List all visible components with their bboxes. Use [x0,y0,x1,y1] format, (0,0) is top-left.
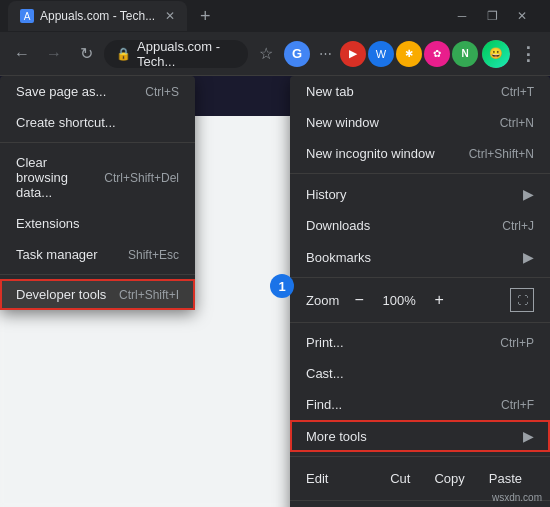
new-incognito-item[interactable]: New incognito window Ctrl+Shift+N [290,138,550,169]
more-tools-label: More tools [306,429,367,444]
print-label: Print... [306,335,344,350]
bookmarks-arrow: ▶ [523,249,534,265]
zoom-label: Zoom [306,293,339,308]
title-bar: A Appuals.com - Tech... ✕ + ─ ❐ ✕ [0,0,550,32]
zoom-percent: 100% [379,293,419,308]
zoom-in-btn[interactable]: + [427,288,451,312]
find-label: Find... [306,397,342,412]
history-label: History [306,187,346,202]
paste-btn[interactable]: Paste [477,467,534,490]
find-shortcut: Ctrl+F [501,398,534,412]
google-ext-icon[interactable]: G [284,41,310,67]
address-value: Appuals.com - Tech... [137,39,236,69]
create-shortcut-label: Create shortcut... [16,115,116,130]
downloads-item[interactable]: Downloads Ctrl+J [290,210,550,241]
address-bar[interactable]: 🔒 Appuals.com - Tech... [104,40,248,68]
window-controls: ─ ❐ ✕ [450,4,534,28]
ext-blue[interactable]: W [368,41,394,67]
create-shortcut-item[interactable]: Create shortcut... [0,107,195,138]
new-window-item[interactable]: New window Ctrl+N [290,107,550,138]
extension-icons: G ⋯ ▶ W ✱ ✿ N [284,41,478,67]
address-text: 🔒 [116,47,131,61]
more-tools-item[interactable]: More tools ▶ [290,420,550,452]
watermark: wsxdn.com [492,492,542,503]
edit-row: Edit Cut Copy Paste [290,461,550,496]
page-content: ☰ Log in Sign up Save page as... Ctrl+S … [0,76,550,507]
save-page-label: Save page as... [16,84,106,99]
new-tab-shortcut: Ctrl+T [501,85,534,99]
maximize-btn[interactable]: ❐ [480,4,504,28]
profile-avatar[interactable]: 😀 [482,40,510,68]
tab-title: Appuals.com - Tech... [40,9,155,23]
copy-btn[interactable]: Copy [422,467,476,490]
ext-red[interactable]: ▶ [340,41,366,67]
new-tab-item[interactable]: New tab Ctrl+T [290,76,550,107]
ext-pink[interactable]: ✿ [424,41,450,67]
avatar-img: 😀 [482,40,510,68]
clear-browsing-item[interactable]: Clear browsing data... Ctrl+Shift+Del [0,147,195,208]
new-incognito-shortcut: Ctrl+Shift+N [469,147,534,161]
tab-close-icon[interactable]: ✕ [165,9,175,23]
bookmarks-item[interactable]: Bookmarks ▶ [290,241,550,273]
print-shortcut: Ctrl+P [500,336,534,350]
browser-window: A Appuals.com - Tech... ✕ + ─ ❐ ✕ ← → ↻ … [0,0,550,507]
dropdown-menu: New tab Ctrl+T New window Ctrl+N New inc… [290,76,550,507]
menu-divider4 [290,456,550,457]
save-page-shortcut: Ctrl+S [145,85,179,99]
extensions-label: Extensions [16,216,80,231]
left-context-menu: Save page as... Ctrl+S Create shortcut..… [0,76,195,310]
history-arrow: ▶ [523,186,534,202]
new-window-label: New window [306,115,379,130]
new-incognito-label: New incognito window [306,146,435,161]
edit-label: Edit [306,471,378,486]
developer-tools-label: Developer tools [16,287,106,302]
task-manager-item[interactable]: Task manager Shift+Esc [0,239,195,270]
history-item[interactable]: History ▶ [290,178,550,210]
active-tab[interactable]: A Appuals.com - Tech... ✕ [8,1,187,31]
minimize-btn[interactable]: ─ [450,4,474,28]
cast-label: Cast... [306,366,344,381]
chrome-menu-btn[interactable]: ⋮ [514,40,542,68]
zoom-expand-btn[interactable]: ⛶ [510,288,534,312]
ext-green[interactable]: N [452,41,478,67]
clear-browsing-label: Clear browsing data... [16,155,96,200]
task-manager-label: Task manager [16,247,98,262]
print-item[interactable]: Print... Ctrl+P [290,327,550,358]
menu-divider3 [290,322,550,323]
back-btn[interactable]: ← [8,40,36,68]
zoom-row: Zoom − 100% + ⛶ [290,282,550,318]
new-window-shortcut: Ctrl+N [500,116,534,130]
zoom-out-btn[interactable]: − [347,288,371,312]
left-menu-divider1 [0,142,195,143]
developer-tools-shortcut: Ctrl+Shift+I [119,288,179,302]
left-menu-divider2 [0,274,195,275]
ext-orange[interactable]: ✱ [396,41,422,67]
downloads-label: Downloads [306,218,370,233]
more-ext-btn[interactable]: ⋯ [312,41,338,67]
extensions-item[interactable]: Extensions [0,208,195,239]
new-tab-label: New tab [306,84,354,99]
close-btn[interactable]: ✕ [510,4,534,28]
annotation-badge-1: 1 [270,274,294,298]
bookmarks-label: Bookmarks [306,250,371,265]
forward-btn[interactable]: → [40,40,68,68]
developer-tools-item[interactable]: Developer tools Ctrl+Shift+I [0,279,195,310]
cast-item[interactable]: Cast... [290,358,550,389]
downloads-shortcut: Ctrl+J [502,219,534,233]
new-tab-btn[interactable]: + [191,2,219,30]
tab-favicon: A [20,9,34,23]
clear-browsing-shortcut: Ctrl+Shift+Del [104,171,179,185]
toolbar: ← → ↻ 🔒 Appuals.com - Tech... ☆ G ⋯ ▶ W … [0,32,550,76]
reload-btn[interactable]: ↻ [72,40,100,68]
expand-icon: ⛶ [517,294,528,306]
save-page-as-item[interactable]: Save page as... Ctrl+S [0,76,195,107]
find-item[interactable]: Find... Ctrl+F [290,389,550,420]
task-manager-shortcut: Shift+Esc [128,248,179,262]
more-tools-arrow: ▶ [523,428,534,444]
menu-divider1 [290,173,550,174]
cut-btn[interactable]: Cut [378,467,422,490]
bookmark-btn[interactable]: ☆ [252,40,280,68]
menu-divider2 [290,277,550,278]
